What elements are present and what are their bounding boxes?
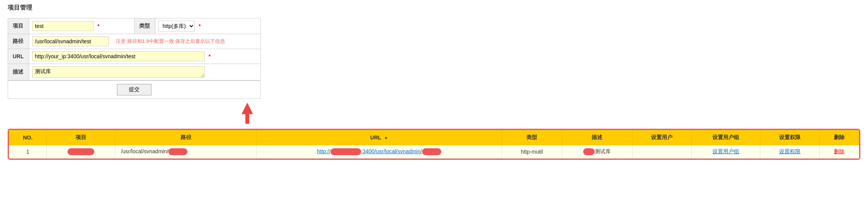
cell-set-group: 设置用户组 xyxy=(691,145,760,159)
col-desc: 描述 xyxy=(562,130,632,145)
project-input[interactable] xyxy=(32,21,94,31)
col-no: NO. xyxy=(9,130,47,145)
table-header-row: NO. 项目 路径 URL ▼ 类型 描述 设置用户 设置用户组 设置权限 删除 xyxy=(9,130,859,145)
col-set-group: 设置用户组 xyxy=(691,130,760,145)
url-link[interactable]: http://:3400/usr/local/svnadmin/ xyxy=(317,148,441,154)
table-section: NO. 项目 路径 URL ▼ 类型 描述 设置用户 设置用户组 设置权限 删除… xyxy=(8,129,860,160)
col-url[interactable]: URL ▼ xyxy=(256,130,502,145)
submit-row: 提交 xyxy=(8,80,260,98)
project-redacted-bar xyxy=(67,148,94,155)
type-label: 类型 xyxy=(134,18,155,34)
type-select[interactable]: http(多库) svn(单库) http(单库) xyxy=(158,21,195,31)
col-project: 项目 xyxy=(46,130,115,145)
project-field: * xyxy=(29,18,134,34)
cell-set-user xyxy=(632,145,691,159)
path-notice: 注意:路径和1.9中配置一致 保存之后显示以下信息 xyxy=(116,38,225,45)
project-label: 项目 xyxy=(8,18,29,34)
data-table: NO. 项目 路径 URL ▼ 类型 描述 设置用户 设置用户组 设置权限 删除… xyxy=(9,130,859,159)
project-required: * xyxy=(97,23,99,29)
sort-arrow-icon: ▼ xyxy=(384,136,388,140)
set-group-link[interactable]: 设置用户组 xyxy=(712,148,739,154)
url-redacted-bar1 xyxy=(330,148,361,155)
set-perm-link[interactable]: 设置权限 xyxy=(779,148,801,154)
col-set-user: 设置用户 xyxy=(632,130,691,145)
cell-type: http-mutil xyxy=(502,145,562,159)
url-redacted-bar2 xyxy=(422,148,441,155)
desc-input[interactable]: 测试库 xyxy=(32,66,205,78)
path-row: 路径 注意:路径和1.9中配置一致 保存之后显示以下信息 xyxy=(8,34,260,49)
desc-row: 描述 测试库 xyxy=(8,64,260,80)
path-input[interactable] xyxy=(32,36,109,46)
col-delete: 删除 xyxy=(819,130,859,145)
cell-no: 1 xyxy=(9,145,47,159)
url-row: URL * xyxy=(8,49,260,64)
url-field: * xyxy=(29,49,260,64)
form-section: 项目 * 类型 http(多库) svn(单库) http(单库) * 路径 注… xyxy=(8,18,261,99)
page-title: 项目管理 xyxy=(8,4,860,13)
col-path: 路径 xyxy=(115,130,256,145)
page-container: 项目管理 项目 * 类型 http(多库) svn(单库) http(单库) *… xyxy=(0,0,868,164)
path-label: 路径 xyxy=(8,34,29,49)
delete-link[interactable]: 删除 xyxy=(834,148,845,154)
submit-button[interactable]: 提交 xyxy=(117,84,151,95)
cell-project xyxy=(46,145,115,159)
col-set-perm: 设置权限 xyxy=(760,130,819,145)
arrow-annotation xyxy=(238,103,860,127)
table-row: 1 /usr/local/svnadmin/ http://:3400/usr/… xyxy=(9,145,859,159)
cell-url: http://:3400/usr/local/svnadmin/ xyxy=(256,145,502,159)
cell-path: /usr/local/svnadmin/ xyxy=(115,145,256,159)
desc-field: 测试库 xyxy=(29,64,260,80)
cell-delete: 删除 xyxy=(819,145,859,159)
url-label: URL xyxy=(8,49,29,64)
path-field: 注意:路径和1.9中配置一致 保存之后显示以下信息 xyxy=(29,34,260,49)
cell-desc: 测试库 xyxy=(562,145,632,159)
path-redacted-bar xyxy=(168,148,187,155)
desc-label: 描述 xyxy=(8,64,29,80)
url-input[interactable] xyxy=(32,51,205,61)
col-type: 类型 xyxy=(502,130,562,145)
project-type-row: 项目 * 类型 http(多库) svn(单库) http(单库) * xyxy=(8,18,260,34)
type-required: * xyxy=(199,23,201,29)
desc-redacted-bar xyxy=(583,148,595,155)
url-required: * xyxy=(209,53,210,59)
cell-set-perm: 设置权限 xyxy=(760,145,819,159)
svg-marker-0 xyxy=(242,103,253,124)
type-field: http(多库) svn(单库) http(单库) * xyxy=(155,18,260,34)
